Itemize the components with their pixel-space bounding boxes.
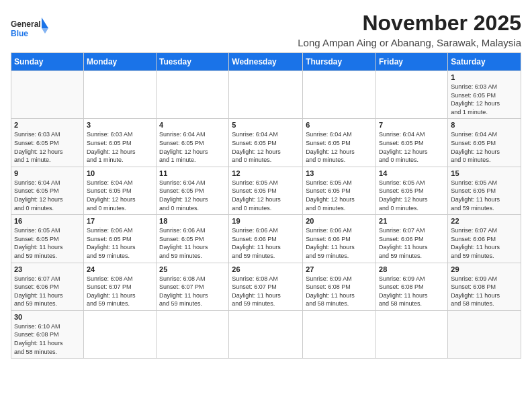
calendar-cell: 28Sunrise: 6:09 AM Sunset: 6:08 PM Dayli… bbox=[376, 263, 448, 310]
calendar-cell: 22Sunrise: 6:07 AM Sunset: 6:06 PM Dayli… bbox=[448, 215, 521, 263]
day-info: Sunrise: 6:07 AM Sunset: 6:06 PM Dayligh… bbox=[451, 226, 518, 260]
calendar-cell: 26Sunrise: 6:08 AM Sunset: 6:07 PM Dayli… bbox=[229, 263, 303, 310]
day-number: 16 bbox=[14, 217, 81, 225]
day-info: Sunrise: 6:07 AM Sunset: 6:06 PM Dayligh… bbox=[379, 226, 445, 260]
day-info: Sunrise: 6:09 AM Sunset: 6:08 PM Dayligh… bbox=[451, 275, 518, 308]
day-number: 6 bbox=[306, 121, 373, 129]
weekday-header-wednesday: Wednesday bbox=[229, 53, 303, 71]
day-info: Sunrise: 6:05 AM Sunset: 6:05 PM Dayligh… bbox=[14, 226, 81, 260]
calendar-cell bbox=[376, 71, 448, 119]
day-info: Sunrise: 6:08 AM Sunset: 6:07 PM Dayligh… bbox=[159, 275, 226, 308]
day-number: 15 bbox=[451, 169, 518, 177]
day-number: 10 bbox=[87, 169, 153, 177]
title-area: November 2025 Long Ampan Aing or Abanang… bbox=[298, 11, 521, 48]
calendar-cell: 23Sunrise: 6:07 AM Sunset: 6:06 PM Dayli… bbox=[11, 263, 84, 310]
day-info: Sunrise: 6:04 AM Sunset: 6:05 PM Dayligh… bbox=[14, 179, 81, 212]
day-number: 26 bbox=[232, 265, 300, 273]
svg-marker-2 bbox=[42, 17, 48, 28]
calendar-cell bbox=[303, 71, 376, 119]
calendar-cell: 29Sunrise: 6:09 AM Sunset: 6:08 PM Dayli… bbox=[448, 263, 521, 310]
calendar-cell: 15Sunrise: 6:05 AM Sunset: 6:05 PM Dayli… bbox=[448, 167, 521, 214]
day-number: 20 bbox=[306, 217, 373, 225]
calendar-cell: 9Sunrise: 6:04 AM Sunset: 6:05 PM Daylig… bbox=[11, 167, 84, 214]
logo: General Blue bbox=[11, 16, 48, 43]
day-number: 23 bbox=[14, 265, 81, 273]
calendar-cell bbox=[229, 71, 303, 119]
location-title: Long Ampan Aing or Abanang, Sarawak, Mal… bbox=[298, 37, 521, 48]
day-number: 1 bbox=[451, 73, 518, 81]
weekday-header-sunday: Sunday bbox=[11, 53, 84, 71]
weekday-header-tuesday: Tuesday bbox=[157, 53, 229, 71]
calendar-cell bbox=[376, 310, 448, 358]
day-info: Sunrise: 6:09 AM Sunset: 6:08 PM Dayligh… bbox=[306, 275, 373, 308]
day-number: 22 bbox=[451, 217, 518, 225]
day-number: 25 bbox=[159, 265, 226, 273]
day-number: 29 bbox=[451, 265, 518, 273]
day-info: Sunrise: 6:05 AM Sunset: 6:05 PM Dayligh… bbox=[306, 179, 373, 212]
calendar-cell bbox=[157, 310, 229, 358]
day-number: 27 bbox=[306, 265, 373, 273]
day-info: Sunrise: 6:04 AM Sunset: 6:05 PM Dayligh… bbox=[451, 130, 518, 164]
day-info: Sunrise: 6:07 AM Sunset: 6:06 PM Dayligh… bbox=[14, 275, 81, 308]
day-info: Sunrise: 6:05 AM Sunset: 6:05 PM Dayligh… bbox=[379, 179, 445, 212]
calendar-cell: 21Sunrise: 6:07 AM Sunset: 6:06 PM Dayli… bbox=[376, 215, 448, 263]
calendar-cell: 12Sunrise: 6:05 AM Sunset: 6:05 PM Dayli… bbox=[229, 167, 303, 214]
calendar-cell: 5Sunrise: 6:04 AM Sunset: 6:05 PM Daylig… bbox=[229, 119, 303, 167]
calendar-cell: 8Sunrise: 6:04 AM Sunset: 6:05 PM Daylig… bbox=[448, 119, 521, 167]
weekday-header-saturday: Saturday bbox=[448, 53, 521, 71]
day-info: Sunrise: 6:06 AM Sunset: 6:05 PM Dayligh… bbox=[159, 226, 226, 260]
calendar-cell: 6Sunrise: 6:04 AM Sunset: 6:05 PM Daylig… bbox=[303, 119, 376, 167]
day-info: Sunrise: 6:08 AM Sunset: 6:07 PM Dayligh… bbox=[232, 275, 300, 308]
day-info: Sunrise: 6:03 AM Sunset: 6:05 PM Dayligh… bbox=[451, 83, 518, 116]
calendar-cell: 14Sunrise: 6:05 AM Sunset: 6:05 PM Dayli… bbox=[376, 167, 448, 214]
calendar-cell: 20Sunrise: 6:06 AM Sunset: 6:06 PM Dayli… bbox=[303, 215, 376, 263]
day-info: Sunrise: 6:04 AM Sunset: 6:05 PM Dayligh… bbox=[232, 130, 300, 164]
day-number: 5 bbox=[232, 121, 300, 129]
calendar-cell bbox=[448, 310, 521, 358]
day-number: 11 bbox=[159, 169, 226, 177]
day-number: 28 bbox=[379, 265, 445, 273]
calendar-cell: 17Sunrise: 6:06 AM Sunset: 6:05 PM Dayli… bbox=[83, 215, 156, 263]
calendar-cell: 2Sunrise: 6:03 AM Sunset: 6:05 PM Daylig… bbox=[11, 119, 84, 167]
day-info: Sunrise: 6:09 AM Sunset: 6:08 PM Dayligh… bbox=[379, 275, 445, 308]
calendar-cell bbox=[83, 71, 156, 119]
day-number: 17 bbox=[87, 217, 153, 225]
weekday-header-monday: Monday bbox=[83, 53, 156, 71]
calendar-cell: 7Sunrise: 6:04 AM Sunset: 6:05 PM Daylig… bbox=[376, 119, 448, 167]
calendar-cell: 30Sunrise: 6:10 AM Sunset: 6:08 PM Dayli… bbox=[11, 310, 84, 358]
svg-text:General: General bbox=[11, 19, 41, 29]
calendar: SundayMondayTuesdayWednesdayThursdayFrid… bbox=[11, 52, 521, 359]
day-info: Sunrise: 6:03 AM Sunset: 6:05 PM Dayligh… bbox=[87, 130, 153, 164]
calendar-cell: 24Sunrise: 6:08 AM Sunset: 6:07 PM Dayli… bbox=[83, 263, 156, 310]
svg-marker-3 bbox=[42, 28, 48, 34]
calendar-cell bbox=[303, 310, 376, 358]
calendar-cell: 16Sunrise: 6:05 AM Sunset: 6:05 PM Dayli… bbox=[11, 215, 84, 263]
day-number: 7 bbox=[379, 121, 445, 129]
day-number: 2 bbox=[14, 121, 81, 129]
calendar-cell: 25Sunrise: 6:08 AM Sunset: 6:07 PM Dayli… bbox=[157, 263, 229, 310]
weekday-header-friday: Friday bbox=[376, 53, 448, 71]
day-number: 24 bbox=[87, 265, 153, 273]
day-number: 14 bbox=[379, 169, 445, 177]
calendar-cell: 18Sunrise: 6:06 AM Sunset: 6:05 PM Dayli… bbox=[157, 215, 229, 263]
day-info: Sunrise: 6:08 AM Sunset: 6:07 PM Dayligh… bbox=[87, 275, 153, 308]
day-info: Sunrise: 6:04 AM Sunset: 6:05 PM Dayligh… bbox=[87, 179, 153, 212]
calendar-cell: 1Sunrise: 6:03 AM Sunset: 6:05 PM Daylig… bbox=[448, 71, 521, 119]
calendar-cell bbox=[11, 71, 84, 119]
weekday-header-thursday: Thursday bbox=[303, 53, 376, 71]
calendar-cell: 10Sunrise: 6:04 AM Sunset: 6:05 PM Dayli… bbox=[83, 167, 156, 214]
day-number: 21 bbox=[379, 217, 445, 225]
calendar-cell bbox=[229, 310, 303, 358]
day-number: 18 bbox=[159, 217, 226, 225]
calendar-cell: 27Sunrise: 6:09 AM Sunset: 6:08 PM Dayli… bbox=[303, 263, 376, 310]
day-number: 13 bbox=[306, 169, 373, 177]
day-info: Sunrise: 6:04 AM Sunset: 6:05 PM Dayligh… bbox=[159, 130, 226, 164]
day-info: Sunrise: 6:05 AM Sunset: 6:05 PM Dayligh… bbox=[232, 179, 300, 212]
day-info: Sunrise: 6:04 AM Sunset: 6:05 PM Dayligh… bbox=[306, 130, 373, 164]
calendar-cell: 11Sunrise: 6:04 AM Sunset: 6:05 PM Dayli… bbox=[157, 167, 229, 214]
day-number: 30 bbox=[14, 313, 81, 321]
day-number: 3 bbox=[87, 121, 153, 129]
day-info: Sunrise: 6:04 AM Sunset: 6:05 PM Dayligh… bbox=[379, 130, 445, 164]
day-number: 4 bbox=[159, 121, 226, 129]
calendar-cell bbox=[83, 310, 156, 358]
